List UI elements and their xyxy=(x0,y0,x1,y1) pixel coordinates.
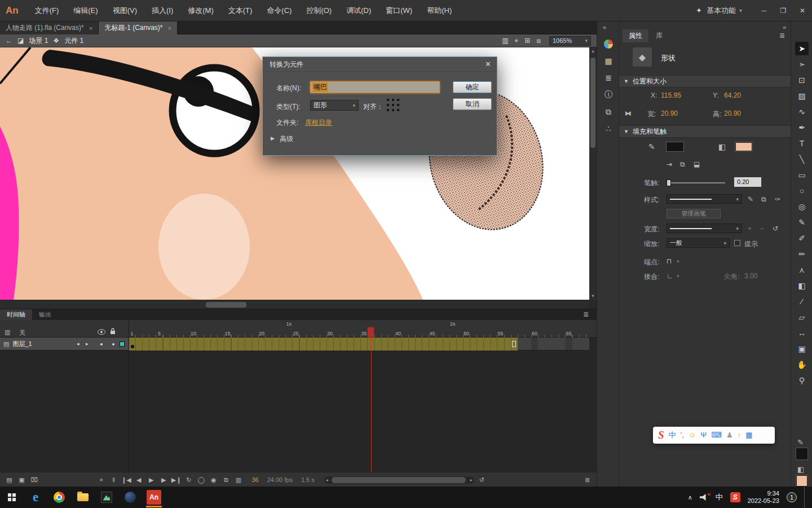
stroke-weight-slider[interactable] xyxy=(667,182,725,183)
panel-menu-icon[interactable]: ≣ xyxy=(583,310,589,318)
stroke-style-select[interactable]: ▾ xyxy=(667,194,742,204)
gradient-transform-tool[interactable]: ▨ xyxy=(795,89,809,103)
zoom-tool[interactable]: ⚲ xyxy=(795,374,809,387)
remove-width-profile-icon[interactable]: − xyxy=(760,225,764,233)
document-tab[interactable]: 无标题-1 (Canvas)*× xyxy=(99,21,178,34)
x-value[interactable]: 115.95 xyxy=(661,91,681,99)
selection-tool[interactable]: ➤ xyxy=(795,42,809,55)
history-panel-icon[interactable]: ∴ xyxy=(602,122,615,135)
eraser-tool[interactable]: ▱ xyxy=(795,310,809,324)
new-layer-icon[interactable]: ▤ xyxy=(5,476,14,484)
loop-playback-icon[interactable]: ↻ xyxy=(184,476,193,484)
modify-markers-icon[interactable]: ▥ xyxy=(233,476,243,484)
hand-tool[interactable]: ✋ xyxy=(795,358,809,371)
current-frame-value[interactable]: 36 xyxy=(251,476,258,483)
app-logo-icon[interactable]: An xyxy=(6,5,19,16)
pencil-tool[interactable]: ✎ xyxy=(795,216,809,229)
dialog-titlebar[interactable]: 转换为元件 xyxy=(263,57,497,72)
toolbox-icon[interactable]: ▦ xyxy=(745,427,752,444)
cancel-button[interactable]: 取消 xyxy=(453,98,492,110)
menu-item[interactable]: 修改(M) xyxy=(180,0,221,21)
menu-item[interactable]: 编辑(E) xyxy=(66,0,105,21)
menu-item[interactable]: 控制(O) xyxy=(299,0,339,21)
scrollbar-thumb[interactable] xyxy=(206,302,246,308)
chrome-app-icon[interactable] xyxy=(47,487,71,508)
classic-brush-tool[interactable]: ✐ xyxy=(795,231,809,245)
animate-app-icon[interactable]: An xyxy=(142,487,166,508)
emoji-icon[interactable]: ☺ xyxy=(689,427,696,444)
section-position-size[interactable]: ▼ 位置和大小 xyxy=(619,75,791,87)
width-profile-select[interactable]: ▾ xyxy=(667,224,742,233)
prev-keyframe-icon[interactable]: ◂ xyxy=(77,341,80,347)
section-fill-stroke[interactable]: ▼ 填充和笔触 xyxy=(619,125,791,138)
slider-handle[interactable] xyxy=(667,179,671,186)
oval-primitive-tool[interactable]: ◎ xyxy=(795,200,809,213)
scroll-right-icon[interactable]: ▸ xyxy=(470,477,473,483)
center-stage-icon[interactable]: ⌖ xyxy=(515,37,519,45)
oval-tool[interactable]: ○ xyxy=(795,184,809,198)
voice-icon[interactable]: Ψ xyxy=(700,427,707,444)
chevron-down-icon[interactable]: ▾ xyxy=(677,259,679,264)
join-style-icon[interactable]: ∟ xyxy=(667,272,673,280)
photos-app-icon[interactable] xyxy=(95,487,118,508)
toolbar-stroke-swatch[interactable] xyxy=(796,448,807,459)
stroke-option-icon-1[interactable]: ⇥ xyxy=(667,160,672,168)
link-dimensions-icon[interactable]: ⧓ xyxy=(625,110,632,117)
sogou-tray-icon[interactable]: S xyxy=(730,492,740,502)
keyboard-icon[interactable]: ⌨ xyxy=(711,427,722,444)
menu-item[interactable]: 文本(T) xyxy=(221,0,260,21)
stroke-option-icon-2[interactable]: ⧉ xyxy=(680,160,685,168)
notification-badge[interactable]: 1 xyxy=(787,492,797,502)
timeline-display-icon[interactable]: ▥ xyxy=(5,329,10,336)
taskbar-clock[interactable]: 9:34 2022-05-23 xyxy=(748,490,779,505)
layer-visibility-dot[interactable] xyxy=(100,343,103,345)
scroll-down-icon[interactable]: ▼ xyxy=(589,294,597,299)
edge-app-icon[interactable]: e xyxy=(24,487,47,508)
stroke-weight-value[interactable]: 0.20 xyxy=(734,177,761,187)
symbol-name-input[interactable]: 嘴巴 xyxy=(310,81,440,93)
show-desktop-button[interactable] xyxy=(804,487,806,508)
lasso-tool[interactable]: ∿ xyxy=(795,105,809,119)
brush-library-icon[interactable]: ✑ xyxy=(775,195,780,203)
menu-item[interactable]: 文件(F) xyxy=(28,0,67,21)
scrollbar-thumb[interactable] xyxy=(332,477,466,483)
lock-column-icon[interactable] xyxy=(110,328,116,335)
close-button[interactable]: ✕ xyxy=(793,0,812,21)
line-tool[interactable]: ╲ xyxy=(795,152,809,166)
ime-indicator[interactable]: 中 xyxy=(716,492,723,502)
explorer-app-icon[interactable] xyxy=(71,487,95,508)
menu-item[interactable]: 调试(D) xyxy=(339,0,378,21)
fps-value[interactable]: 24.00 fps xyxy=(267,476,293,483)
workspace-switcher[interactable]: 基本功能 xyxy=(707,6,736,16)
tab-close-icon[interactable]: × xyxy=(89,25,92,32)
menu-item[interactable]: 插入(I) xyxy=(144,0,180,21)
free-transform-tool[interactable]: ⊡ xyxy=(795,73,809,87)
manage-brushes-button[interactable]: 管理画笔 xyxy=(667,209,721,218)
layer-outline-color-chip[interactable] xyxy=(120,341,125,347)
menu-item[interactable]: 窗口(W) xyxy=(378,0,420,21)
onion-state-label[interactable]: 关 xyxy=(19,329,25,337)
transform-panel-icon[interactable]: ⧉ xyxy=(602,105,615,119)
advanced-expander-icon[interactable]: ▶ xyxy=(271,135,275,141)
rectangle-tool[interactable]: ▭ xyxy=(795,168,809,182)
ok-button[interactable]: 确定 xyxy=(453,81,492,93)
timeline-options-icon[interactable]: ≣ xyxy=(582,476,592,484)
menu-item[interactable]: 视图(V) xyxy=(105,0,144,21)
cap-style-icon[interactable]: ⊓ xyxy=(667,257,672,265)
timeline-ruler[interactable]: 151015202530354045505560651s2s xyxy=(129,320,589,338)
scroll-up-icon[interactable]: ▲ xyxy=(589,49,597,54)
onion-outline-icon[interactable]: ◉ xyxy=(209,476,218,484)
layer-row[interactable]: ▤ 图层_1 ◂ ▸ xyxy=(0,338,129,351)
camera-tool[interactable]: ▣ xyxy=(795,342,809,356)
zoom-select[interactable]: 1065% ▾ xyxy=(549,36,591,46)
minimize-button[interactable]: ─ xyxy=(754,0,774,21)
advanced-label[interactable]: 高级 xyxy=(280,134,293,144)
loop-range-icon[interactable]: ‖ xyxy=(109,476,118,483)
start-button[interactable] xyxy=(0,487,24,508)
expand-panels-icon[interactable]: » xyxy=(783,24,786,30)
keyframe-dot[interactable] xyxy=(131,345,134,348)
chevron-down-icon[interactable]: ▾ xyxy=(739,7,742,14)
bone-tool[interactable]: ⋏ xyxy=(795,263,809,277)
step-forward-icon[interactable]: ▶ xyxy=(159,476,169,484)
width-value[interactable]: 20.90 xyxy=(661,110,678,117)
